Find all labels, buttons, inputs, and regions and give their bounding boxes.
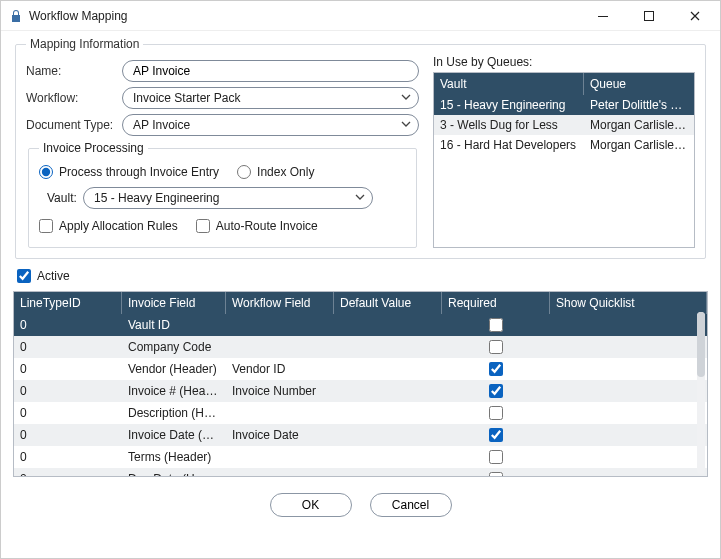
cell-workflowfield: Invoice Date	[226, 426, 334, 444]
cell-workflowfield	[226, 323, 334, 327]
workflow-label: Workflow:	[26, 91, 122, 105]
fields-grid-header: LineTypeID Invoice Field Workflow Field …	[14, 292, 707, 314]
vault-label: Vault:	[39, 191, 75, 205]
cell-workflowfield	[226, 345, 334, 349]
cell-required	[442, 338, 550, 356]
queue-cell-queue: Morgan Carlisle's Queue	[584, 115, 694, 135]
fields-grid-vscrollbar[interactable]	[697, 312, 705, 474]
required-checkbox[interactable]	[489, 450, 503, 464]
grid-row[interactable]: 0Vendor (Header)Vendor ID	[14, 358, 707, 380]
maximize-button[interactable]	[626, 2, 672, 30]
in-use-label: In Use by Queues:	[433, 55, 695, 69]
grid-row[interactable]: 0Invoice # (Header)Invoice Number	[14, 380, 707, 402]
checkbox-active[interactable]: Active	[17, 269, 70, 283]
workflow-select[interactable]: Invoice Starter Pack	[122, 87, 419, 109]
cell-workflowfield: Vendor ID	[226, 360, 334, 378]
doctype-label: Document Type:	[26, 118, 122, 132]
cancel-button[interactable]: Cancel	[370, 493, 452, 517]
grid-row[interactable]: 0Company Code	[14, 336, 707, 358]
queues-header-vault[interactable]: Vault	[434, 73, 584, 95]
required-checkbox[interactable]	[489, 362, 503, 376]
required-checkbox[interactable]	[489, 340, 503, 354]
name-label: Name:	[26, 64, 122, 78]
invoice-processing-group: Invoice Processing Process through Invoi…	[28, 141, 417, 248]
grid-header-invoicefield[interactable]: Invoice Field	[122, 292, 226, 314]
scrollbar-thumb[interactable]	[697, 312, 705, 377]
cell-linetypeid: 0	[14, 448, 122, 466]
cell-linetypeid: 0	[14, 316, 122, 334]
cell-required	[442, 470, 550, 477]
cell-required	[442, 382, 550, 400]
doctype-value: AP Invoice	[133, 118, 190, 132]
required-checkbox[interactable]	[489, 472, 503, 477]
required-checkbox[interactable]	[489, 428, 503, 442]
cell-linetypeid: 0	[14, 426, 122, 444]
fields-grid: LineTypeID Invoice Field Workflow Field …	[13, 291, 708, 477]
ok-button[interactable]: OK	[270, 493, 352, 517]
cell-workflowfield	[226, 455, 334, 459]
vault-value: 15 - Heavy Engineering	[94, 191, 219, 205]
radio-index-only-input[interactable]	[237, 165, 251, 179]
cell-invoicefield: Company Code	[122, 338, 226, 356]
required-checkbox[interactable]	[489, 384, 503, 398]
queues-header: Vault Queue	[434, 73, 694, 95]
cell-showquicklist	[550, 345, 707, 349]
checkbox-apply-allocation[interactable]: Apply Allocation Rules	[39, 219, 178, 233]
queue-cell-vault: 3 - Wells Dug for Less	[434, 115, 584, 135]
radio-process-entry-label: Process through Invoice Entry	[59, 165, 219, 179]
grid-header-workflowfield[interactable]: Workflow Field	[226, 292, 334, 314]
radio-index-only-label: Index Only	[257, 165, 314, 179]
workflow-value: Invoice Starter Pack	[133, 91, 240, 105]
checkbox-auto-route-label: Auto-Route Invoice	[216, 219, 318, 233]
cell-defaultvalue	[334, 433, 442, 437]
cell-showquicklist	[550, 455, 707, 459]
cell-linetypeid: 0	[14, 382, 122, 400]
required-checkbox[interactable]	[489, 318, 503, 332]
radio-index-only[interactable]: Index Only	[237, 165, 314, 179]
checkbox-auto-route[interactable]: Auto-Route Invoice	[196, 219, 318, 233]
close-button[interactable]	[672, 2, 718, 30]
cell-required	[442, 404, 550, 422]
queues-hscrollbar[interactable]	[440, 247, 688, 248]
grid-row[interactable]: 0Description (Hea...	[14, 402, 707, 424]
queue-row[interactable]: 3 - Wells Dug for LessMorgan Carlisle's …	[434, 115, 694, 135]
radio-process-entry[interactable]: Process through Invoice Entry	[39, 165, 219, 179]
checkbox-auto-route-input[interactable]	[196, 219, 210, 233]
mapping-information-group: Mapping Information Name: Workflow: Invo…	[15, 37, 706, 259]
grid-header-required[interactable]: Required	[442, 292, 550, 314]
lock-icon	[9, 9, 23, 23]
name-input[interactable]	[122, 60, 419, 82]
cell-required	[442, 426, 550, 444]
cell-required	[442, 316, 550, 334]
scrollbar-thumb[interactable]	[440, 247, 626, 248]
cell-workflowfield	[226, 411, 334, 415]
cell-required	[442, 360, 550, 378]
queue-row[interactable]: 15 - Heavy EngineeringPeter Dolittle's Q…	[434, 95, 694, 115]
grid-header-showquicklist[interactable]: Show Quicklist	[550, 292, 707, 314]
grid-row[interactable]: 0Terms (Header)	[14, 446, 707, 468]
required-checkbox[interactable]	[489, 406, 503, 420]
cell-showquicklist	[550, 411, 707, 415]
grid-row[interactable]: 0Vault ID	[14, 314, 707, 336]
checkbox-apply-allocation-input[interactable]	[39, 219, 53, 233]
checkbox-active-input[interactable]	[17, 269, 31, 283]
grid-row[interactable]: 0Due Date (Header)	[14, 468, 707, 477]
queues-header-queue[interactable]: Queue	[584, 73, 694, 95]
radio-process-entry-input[interactable]	[39, 165, 53, 179]
invoice-processing-legend: Invoice Processing	[39, 141, 148, 155]
cell-linetypeid: 0	[14, 338, 122, 356]
grid-header-defaultvalue[interactable]: Default Value	[334, 292, 442, 314]
cell-showquicklist	[550, 367, 707, 371]
cell-defaultvalue	[334, 323, 442, 327]
cell-defaultvalue	[334, 345, 442, 349]
grid-header-linetypeid[interactable]: LineTypeID	[14, 292, 122, 314]
cell-invoicefield: Due Date (Header)	[122, 470, 226, 477]
minimize-button[interactable]	[580, 2, 626, 30]
svg-rect-1	[645, 11, 654, 20]
queue-cell-vault: 16 - Hard Hat Developers	[434, 135, 584, 155]
queue-row[interactable]: 16 - Hard Hat DevelopersMorgan Carlisle'…	[434, 135, 694, 155]
vault-select[interactable]: 15 - Heavy Engineering	[83, 187, 373, 209]
queue-cell-vault: 15 - Heavy Engineering	[434, 95, 584, 115]
doctype-select[interactable]: AP Invoice	[122, 114, 419, 136]
grid-row[interactable]: 0Invoice Date (He...Invoice Date	[14, 424, 707, 446]
